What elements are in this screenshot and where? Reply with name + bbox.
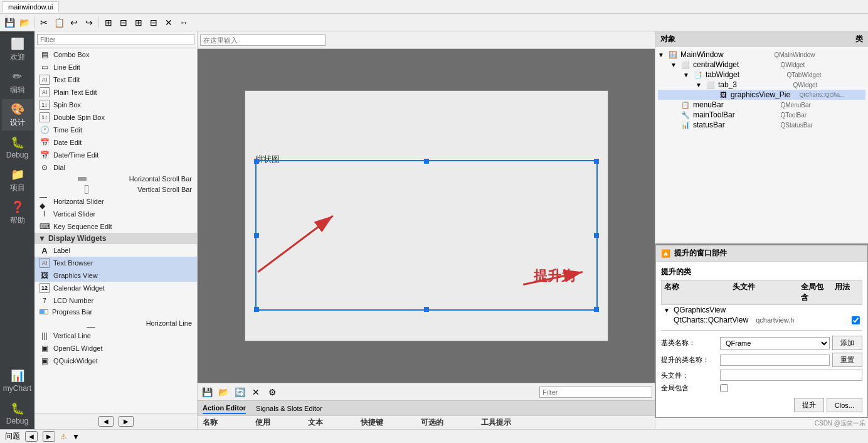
status-filter-icon: ▼ [72,432,80,441]
sidebar-item-project[interactable]: 📁 项目 [2,164,33,196]
toolbar-form-layout-btn[interactable]: ⊟ [147,16,161,29]
list-item-vslider[interactable]: ⌇ Vertical Slider [34,208,197,220]
sidebar-item-edit[interactable]: ✏ 编辑 [2,67,33,98]
action-filter-input[interactable] [539,387,652,398]
list-item-spinbox[interactable]: 1↕ Spin Box [34,99,197,111]
list-item-timeedit[interactable]: 🕐 Time Edit [34,124,197,136]
promote-header-input[interactable] [720,370,862,381]
list-item-dial[interactable]: ⊙ Dial [34,161,197,174]
action-refresh-btn[interactable]: 🔄 [233,385,246,399]
tree-expand-tabwidget[interactable]: ▼ [683,72,691,78]
handle-top-right[interactable] [594,159,599,164]
toolbar-open-btn[interactable]: 📂 [18,16,31,29]
list-item-combobox[interactable]: ▤ Combo Box [34,48,197,61]
action-open-btn[interactable]: 📂 [216,385,230,399]
tree-row-tab3[interactable]: ▼ ⬜ tab_3 QWidget [658,80,865,90]
category-expand-display[interactable]: ▼ [38,234,46,243]
promote-item-qchartview[interactable]: QtCharts::QChartView qchartview.h [661,315,862,325]
list-item-doublespinbox[interactable]: 1↕ Double Spin Box [34,111,197,124]
tree-row-tabwidget[interactable]: ▼ 📑 tabWidget QTabWidget [658,70,865,80]
status-bar-btn-right[interactable]: ▶ [43,431,55,442]
promote-base-class-select[interactable]: QFrame QWidget QAbstractScrollArea QGrap… [720,337,830,350]
handle-bot-mid[interactable] [424,307,429,312]
action-save-btn[interactable]: 💾 [200,385,214,399]
list-item-qqquick[interactable]: ▣ QQuickWidget [34,355,197,367]
tree-expand-tab3[interactable]: ▼ [696,82,703,88]
list-item-keyseq[interactable]: ⌨ Key Sequence Edit [34,220,197,233]
list-item-textedit[interactable]: AI Text Edit [34,73,197,86]
handle-mid-right[interactable] [594,233,599,238]
list-item-vline[interactable]: ||| Vertical Line [34,329,197,342]
sidebar-item-design[interactable]: 🎨 设计 [2,99,33,131]
handle-bot-left[interactable] [254,307,259,312]
toolbar-redo-btn[interactable]: ↪ [82,16,96,29]
status-bar-btn-left[interactable]: ◀ [25,431,38,442]
tab-action-editor[interactable]: Action Editor [203,403,246,414]
sidebar-item-help[interactable]: ❓ 帮助 [2,197,33,228]
handle-mid-left[interactable] [254,233,259,238]
tree-row-toolbar[interactable]: 🔧 mainToolBar QToolBar [658,110,865,120]
promote-expand-qgv[interactable]: ▼ [664,307,671,314]
col-text: 文本 [308,417,323,428]
help-icon: ❓ [11,200,24,214]
handle-bot-right[interactable] [594,307,599,312]
combobox-icon: ▤ [40,50,50,60]
action-settings-btn[interactable]: ⚙ [265,385,279,399]
promote-global-check[interactable] [720,384,728,392]
tree-row-centralwidget[interactable]: ▼ ⬜ centralWidget QWidget [658,60,865,70]
sidebar-item-welcome[interactable]: ⬜ 欢迎 [2,34,33,65]
list-item-vscrollbar[interactable]: Vertical Scroll Bar [34,184,197,195]
sidebar-item-debug[interactable]: 🐛 Debug [2,132,33,163]
list-item-progressbar[interactable]: Progress Bar [34,307,197,317]
toolbar-save-btn[interactable]: 💾 [3,16,16,29]
toolbar-grid-btn[interactable]: ⊞ [132,16,146,29]
tab-signals-slots[interactable]: Signals & Slots Editor [256,403,322,414]
list-item-hline[interactable]: Horizontal Line [34,317,197,329]
promote-class-name-input[interactable] [720,355,830,366]
handle-top-mid[interactable] [424,159,429,164]
promote-tree-qgraphicsview[interactable]: ▼ QGraphicsView [661,305,862,315]
list-item-lcdnumber[interactable]: 7 LCD Number [34,294,197,307]
promote-reset-btn[interactable]: 重置 [832,353,862,367]
toolbar-break-layout-btn[interactable]: ✕ [162,16,176,29]
sidebar-item-mychart[interactable]: 📊 myChart [2,365,33,397]
promote-check-qchartview[interactable] [852,316,860,324]
list-item-dateedit[interactable]: 📅 Date Edit [34,136,197,149]
tree-expand-mainwindow[interactable]: ▼ [658,51,665,58]
promote-close-btn[interactable]: Clos... [827,398,862,412]
list-item-textbrowser[interactable]: AI Text Browser [34,257,197,269]
widget-filter-input[interactable] [37,34,194,45]
promote-add-btn[interactable]: 添加 [832,336,862,350]
list-item-opengl[interactable]: ▣ OpenGL Widget [34,342,197,355]
list-item-hslider[interactable]: —◆ Horizontal Slider [34,195,197,208]
toolbar-cut-btn[interactable]: ✂ [37,16,51,29]
promote-btn-row: 提升 Clos... [661,398,862,412]
list-item-hscrollbar[interactable]: Horizontal Scroll Bar [34,174,197,184]
list-item-graphicsview[interactable]: 🖼 Graphics View [34,269,197,282]
widget-scroll-left[interactable]: ◀ [98,416,114,427]
widget-scroll-right[interactable]: ▶ [119,416,134,427]
tree-row-statusbar[interactable]: 📊 statusBar QStatusBar [658,120,865,130]
toolbar-undo-btn[interactable]: ↩ [67,16,81,29]
handle-top-left[interactable] [254,159,259,164]
list-item-datetimeedit[interactable]: 📅 Date/Time Edit [34,149,197,161]
tree-row-graphicsview[interactable]: 🖼 graphicsView_Pie QtCharts::QCha... [658,90,865,100]
file-tab-mainwindow[interactable]: mainwindow.ui [3,1,59,13]
toolbar-adjust-btn[interactable]: ↔ [177,16,191,29]
toolbar-align-h-btn[interactable]: ⊞ [102,16,115,29]
list-item-label[interactable]: A Label [34,244,197,257]
list-item-lineedit[interactable]: ▭ Line Edit [34,61,197,73]
sidebar-item-debug2[interactable]: 🐛 Debug [2,398,33,429]
tree-row-mainwindow[interactable]: ▼ 🪟 MainWindow QMainWindow [658,50,865,60]
tree-row-menubar[interactable]: 📋 menuBar QMenuBar [658,100,865,110]
promote-promote-btn[interactable]: 提升 [794,398,824,412]
action-delete-btn[interactable]: ✕ [249,385,263,399]
hscrollbar-icon [78,177,87,181]
list-item-calendar[interactable]: 12 Calendar Widget [34,282,197,294]
tree-expand-central[interactable]: ▼ [670,61,678,68]
canvas-top-input[interactable] [200,35,326,46]
toolbar-align-v-btn[interactable]: ⊟ [117,16,130,29]
promote-header-row: 头文件： [661,370,862,381]
list-item-plaintextedit[interactable]: AI Plain Text Edit [34,86,197,99]
toolbar-copy-btn[interactable]: 📋 [52,16,66,29]
